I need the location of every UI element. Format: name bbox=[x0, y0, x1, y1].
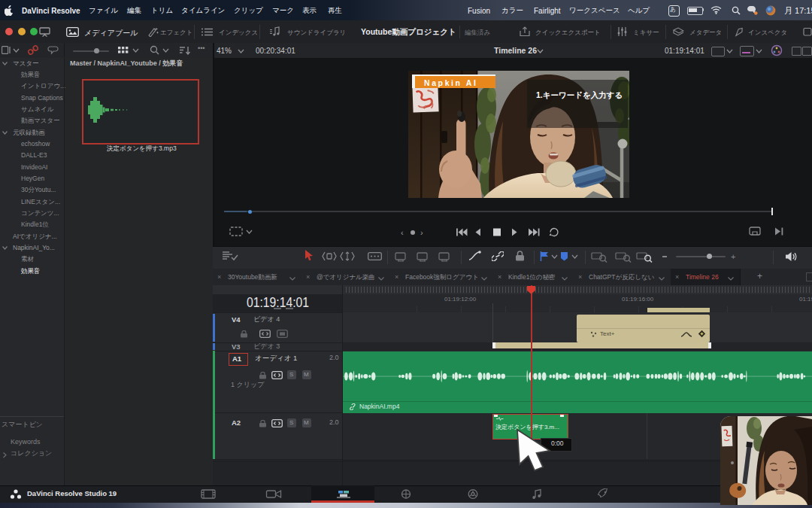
svg-text:Napkin AI: Napkin AI bbox=[424, 78, 477, 87]
svg-text:1.キーワードを入力する: 1.キーワードを入力する bbox=[536, 90, 623, 100]
